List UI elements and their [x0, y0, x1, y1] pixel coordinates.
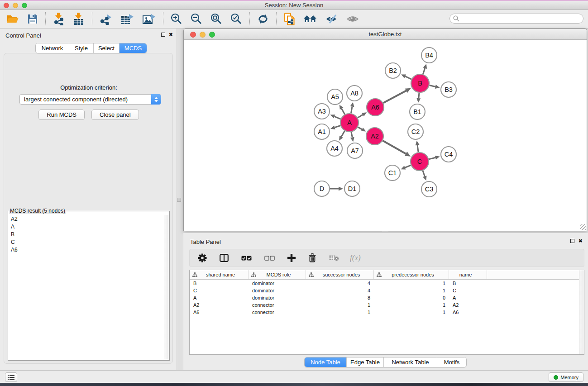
graph-edge-A2-C[interactable]: [382, 141, 411, 157]
graph-node-D[interactable]: D: [314, 181, 330, 196]
mcds-result-item[interactable]: A2: [8, 215, 164, 223]
network-hscroll-nub[interactable]: [382, 231, 388, 233]
table-row[interactable]: Bdominator41B: [190, 280, 584, 287]
mcds-result-item[interactable]: A: [8, 223, 164, 230]
zoom-selected-button[interactable]: [229, 12, 244, 26]
column-header-name[interactable]: name: [449, 270, 487, 279]
search-box[interactable]: [449, 14, 583, 24]
show-all-button[interactable]: [344, 14, 361, 24]
tab-select[interactable]: Select: [93, 43, 119, 53]
tab-mcds[interactable]: MCDS: [119, 43, 147, 53]
table-row[interactable]: Adominator80A: [190, 294, 584, 301]
task-history-button[interactable]: [5, 372, 17, 382]
graph-edge-A-A7[interactable]: [350, 132, 354, 142]
column-header-predecessor-nodes[interactable]: predecessor nodes: [374, 270, 449, 279]
table-row[interactable]: A2connector11A2: [190, 301, 584, 309]
tab-style[interactable]: Style: [69, 43, 93, 53]
graph-node-B1[interactable]: B1: [410, 104, 425, 119]
search-input[interactable]: [461, 15, 583, 22]
export-network-button[interactable]: [98, 12, 114, 26]
graph-edge-C-C3[interactable]: [423, 171, 427, 181]
network-close-button[interactable]: [190, 32, 196, 38]
graph-node-A3[interactable]: A3: [314, 104, 330, 119]
tab-edge-table[interactable]: Edge Table: [346, 357, 383, 367]
save-session-button[interactable]: [25, 13, 40, 25]
graph-edge-A-A4[interactable]: [339, 131, 344, 141]
criterion-dropdown[interactable]: largest connected component (directed): [19, 94, 161, 105]
open-session-button[interactable]: [5, 13, 21, 25]
import-network-button[interactable]: [51, 12, 67, 26]
zoom-fit-button[interactable]: [209, 12, 224, 26]
graph-node-C4[interactable]: C4: [441, 147, 456, 162]
tab-motifs[interactable]: Motifs: [437, 357, 466, 367]
graph-node-B2[interactable]: B2: [385, 63, 401, 78]
minimize-window-button[interactable]: [13, 3, 18, 8]
graph-node-A5[interactable]: A5: [327, 89, 343, 105]
table-row[interactable]: A6connector11A6: [190, 309, 584, 316]
graph-node-A6[interactable]: A6: [367, 99, 384, 116]
graph-edge-B-B4[interactable]: [423, 64, 427, 74]
graph-edge-A-A6[interactable]: [358, 112, 367, 118]
graph-edge-D-D1[interactable]: [330, 187, 343, 191]
graph-edge-A-A5[interactable]: [339, 105, 345, 114]
table-settings-button[interactable]: [196, 253, 209, 263]
hide-selected-button[interactable]: [324, 13, 340, 25]
graph-edge-B-B2[interactable]: [401, 74, 411, 79]
graph-node-A4[interactable]: A4: [327, 141, 342, 156]
close-window-button[interactable]: [4, 3, 9, 8]
graph-edge-A-A3[interactable]: [330, 114, 341, 119]
split-divider-handle[interactable]: [177, 198, 181, 202]
import-table-button[interactable]: [71, 12, 86, 26]
close-panel-icon[interactable]: ✖: [169, 32, 173, 37]
show-column-button[interactable]: [218, 253, 230, 263]
graph-edge-A-A1[interactable]: [330, 125, 340, 129]
graph-node-A2[interactable]: A2: [366, 128, 383, 145]
network-canvas[interactable]: AA1A2A3A4A5A6A7A8BB1B2B3B4CC1C2C3C4DD1: [184, 40, 587, 231]
graph-edge-C-C2[interactable]: [416, 141, 420, 152]
graph-node-C[interactable]: C: [411, 152, 429, 171]
graph-node-C2[interactable]: C2: [408, 124, 423, 139]
graph-edge-B-B1[interactable]: [416, 93, 421, 103]
graph-node-A[interactable]: A: [340, 114, 359, 132]
mcds-result-item[interactable]: C: [8, 238, 164, 246]
graph-node-B3[interactable]: B3: [441, 82, 456, 97]
graph-node-A1[interactable]: A1: [314, 124, 330, 139]
float-panel-icon[interactable]: [161, 33, 165, 37]
graph-edge-A-A2[interactable]: [358, 127, 366, 132]
memory-button[interactable]: Memory: [549, 372, 583, 382]
resize-grip[interactable]: [580, 224, 586, 230]
mcds-result-item[interactable]: B: [8, 230, 164, 238]
graph-edge-C-C4[interactable]: [429, 156, 440, 160]
deselect-all-button[interactable]: [263, 255, 277, 262]
first-neighbors-button[interactable]: [302, 13, 319, 25]
column-header-successor-nodes[interactable]: successor nodes: [306, 270, 374, 279]
graph-edge-A6-B[interactable]: [383, 88, 411, 103]
table-close-icon[interactable]: ✖: [578, 238, 583, 243]
graph-node-B[interactable]: B: [411, 74, 429, 92]
export-image-button[interactable]: [140, 12, 158, 26]
table-float-icon[interactable]: [570, 239, 574, 243]
column-header-MCDS-role[interactable]: MCDS role: [249, 270, 306, 279]
zoom-out-button[interactable]: [189, 12, 204, 26]
graph-edge-A-A8[interactable]: [350, 102, 354, 114]
select-all-button[interactable]: [239, 255, 253, 262]
graph-node-C1[interactable]: C1: [385, 165, 400, 181]
delete-column-button[interactable]: [306, 253, 318, 263]
zoom-in-button[interactable]: [169, 12, 184, 26]
tab-node-table[interactable]: Node Table: [305, 357, 346, 367]
mcds-list-scrollbar[interactable]: [164, 215, 168, 359]
network-minimize-button[interactable]: [200, 32, 206, 38]
clone-network-button[interactable]: [282, 12, 297, 26]
table-scrollbar[interactable]: [579, 270, 584, 354]
graph-node-D1[interactable]: D1: [344, 181, 360, 196]
mcds-result-item[interactable]: A6: [8, 246, 164, 253]
graph-node-B4[interactable]: B4: [421, 48, 437, 63]
zoom-window-button[interactable]: [22, 3, 27, 8]
create-column-button[interactable]: [286, 253, 297, 263]
network-canvas-area[interactable]: AA1A2A3A4A5A6A7A8BB1B2B3B4CC1C2C3C4DD1: [184, 40, 587, 231]
table-row[interactable]: Cdominator41C: [190, 287, 584, 294]
graph-node-A7[interactable]: A7: [347, 143, 363, 158]
close-panel-button[interactable]: Close panel: [91, 110, 139, 120]
tab-network[interactable]: Network: [36, 43, 69, 53]
tab-network-table[interactable]: Network Table: [383, 357, 437, 367]
